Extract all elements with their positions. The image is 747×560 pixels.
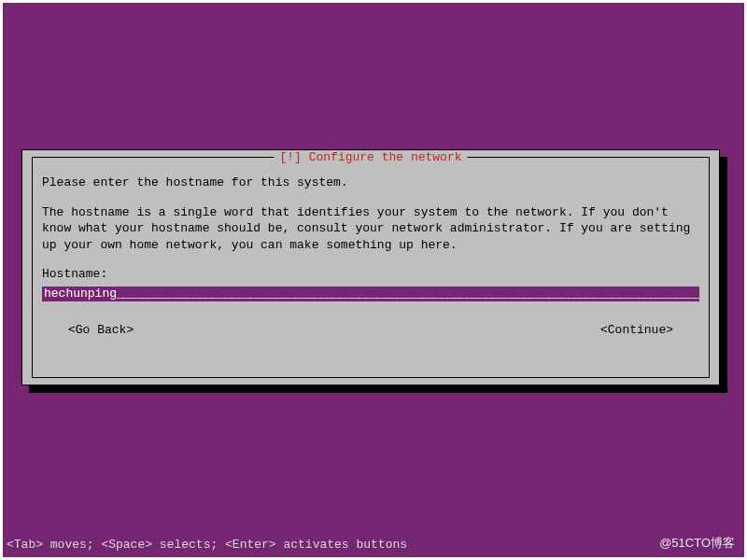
hostname-input[interactable]: hechunping______________________________… bbox=[42, 287, 699, 301]
status-bar: <Tab> moves; <Space> selects; <Enter> ac… bbox=[7, 538, 407, 552]
help-text: The hostname is a single word that ident… bbox=[42, 204, 699, 254]
hostname-label: Hostname: bbox=[42, 266, 699, 283]
dialog-content: Please enter the hostname for this syste… bbox=[33, 158, 709, 347]
watermark: @51CTO博客 bbox=[659, 535, 735, 552]
hostname-value: hechunping bbox=[44, 287, 117, 301]
continue-button[interactable]: <Continue> bbox=[600, 322, 673, 339]
dialog-frame: [!] Configure the network Please enter t… bbox=[32, 157, 710, 378]
config-network-dialog: [!] Configure the network Please enter t… bbox=[21, 149, 720, 385]
installer-desktop: [!] Configure the network Please enter t… bbox=[3, 3, 744, 557]
dialog-title: [!] Configure the network bbox=[274, 150, 467, 164]
go-back-button[interactable]: <Go Back> bbox=[68, 322, 134, 339]
input-underline: ________________________________________… bbox=[117, 287, 699, 301]
instruction-text: Please enter the hostname for this syste… bbox=[42, 175, 699, 191]
button-row: <Go Back> <Continue> bbox=[42, 322, 699, 339]
